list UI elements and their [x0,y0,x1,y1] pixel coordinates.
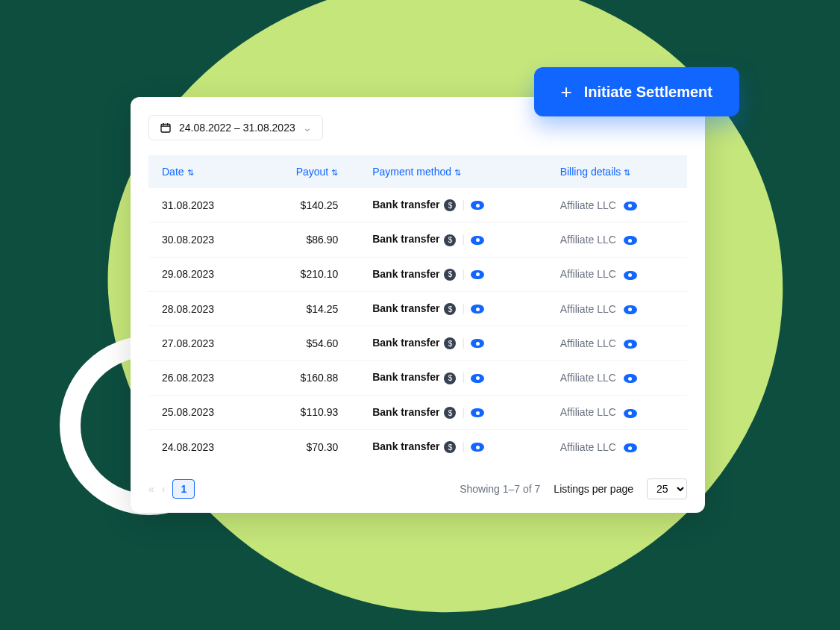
cell-payout: $160.88 [255,361,359,395]
date-range-picker[interactable]: 24.08.2022 – 31.08.2023 ⌄ [148,115,323,140]
cell-billing: Affiliate LLC [547,395,687,429]
dollar-icon: $ [444,269,456,281]
cell-date: 30.08.2023 [148,222,255,257]
calendar-icon [160,122,172,134]
cell-date: 25.08.2023 [148,395,255,429]
cell-date: 31.08.2023 [148,188,255,222]
dollar-icon: $ [444,441,456,453]
date-range-text: 24.08.2022 – 31.08.2023 [179,122,295,134]
cell-payment-method: Bank transfer$| [359,361,546,395]
cell-payout: $140.25 [255,188,359,222]
eye-icon[interactable] [471,374,484,383]
table-row: 25.08.2023$110.93Bank transfer$|Affiliat… [148,395,687,429]
cta-label: Initiate Settlement [584,84,712,101]
per-page-select[interactable]: 25 [647,478,687,499]
cell-billing: Affiliate LLC [547,188,687,222]
cell-billing: Affiliate LLC [547,222,687,257]
cell-payment-method: Bank transfer$| [359,291,546,325]
plus-icon: + [561,82,572,102]
cell-date: 27.08.2023 [148,326,255,361]
eye-icon[interactable] [624,340,637,349]
cell-date: 26.08.2023 [148,361,255,395]
cell-payout: $54.60 [255,326,359,361]
eye-icon[interactable] [471,236,484,245]
page-first[interactable]: « [148,483,154,495]
dollar-icon: $ [444,372,456,384]
cell-payout: $70.30 [255,430,359,464]
per-page-label: Listings per page [554,483,633,495]
sort-icon: ⇅ [624,168,630,178]
cell-date: 28.08.2023 [148,291,255,325]
eye-icon[interactable] [624,443,637,452]
eye-icon[interactable] [471,305,484,314]
eye-icon[interactable] [624,374,637,383]
cell-billing: Affiliate LLC [547,291,687,325]
dollar-icon: $ [444,199,456,211]
table-row: 24.08.2023$70.30Bank transfer$|Affiliate… [148,430,687,464]
eye-icon[interactable] [471,443,484,452]
eye-icon[interactable] [471,408,484,417]
chevron-down-icon: ⌄ [303,122,312,134]
col-date[interactable]: Date⇅ [148,155,255,188]
col-payment-method[interactable]: Payment method⇅ [359,155,546,188]
eye-icon[interactable] [471,270,484,279]
page-current[interactable]: 1 [172,479,195,499]
settlements-table: Date⇅ Payout⇅ Payment method⇅ Billing de… [148,155,687,464]
cell-payment-method: Bank transfer$| [359,257,546,291]
cell-payment-method: Bank transfer$| [359,222,546,257]
sort-icon: ⇅ [454,168,461,178]
table-row: 31.08.2023$140.25Bank transfer$|Affiliat… [148,188,687,222]
cell-payment-method: Bank transfer$| [359,395,546,429]
cell-payout: $210.10 [255,257,359,291]
eye-icon[interactable] [624,271,637,280]
dollar-icon: $ [444,234,456,246]
svg-rect-0 [161,124,170,132]
table-footer: « ‹ 1 Showing 1–7 of 7 Listings per page… [148,478,687,499]
cell-billing: Affiliate LLC [547,430,687,464]
cell-billing: Affiliate LLC [547,361,687,395]
cell-billing: Affiliate LLC [547,326,687,361]
cell-payout: $110.93 [255,395,359,429]
col-payout[interactable]: Payout⇅ [255,155,359,188]
eye-icon[interactable] [624,236,637,245]
dollar-icon: $ [444,337,456,349]
dollar-icon: $ [444,303,456,315]
eye-icon[interactable] [624,202,637,210]
dollar-icon: $ [444,407,456,419]
cell-payment-method: Bank transfer$| [359,188,546,222]
table-row: 27.08.2023$54.60Bank transfer$|Affiliate… [148,326,687,361]
cell-payout: $86.90 [255,222,359,257]
initiate-settlement-button[interactable]: + Initiate Settlement [534,67,739,116]
showing-text: Showing 1–7 of 7 [460,483,540,495]
eye-icon[interactable] [471,339,484,348]
cell-payment-method: Bank transfer$| [359,326,546,361]
pagination: « ‹ 1 [148,479,195,499]
eye-icon[interactable] [471,201,484,210]
table-row: 28.08.2023$14.25Bank transfer$|Affiliate… [148,291,687,325]
cell-payout: $14.25 [255,291,359,325]
table-row: 29.08.2023$210.10Bank transfer$|Affiliat… [148,257,687,291]
page-prev[interactable]: ‹ [162,483,166,495]
eye-icon[interactable] [624,409,637,418]
cell-payment-method: Bank transfer$| [359,430,546,464]
eye-icon[interactable] [624,305,637,314]
table-row: 30.08.2023$86.90Bank transfer$|Affiliate… [148,222,687,257]
table-row: 26.08.2023$160.88Bank transfer$|Affiliat… [148,361,687,395]
cell-date: 29.08.2023 [148,257,255,291]
col-billing-details[interactable]: Billing details⇅ [547,155,687,188]
settlements-card: 24.08.2022 – 31.08.2023 ⌄ Date⇅ Payout⇅ … [131,97,705,513]
cell-billing: Affiliate LLC [547,257,687,291]
cell-date: 24.08.2023 [148,430,255,464]
sort-icon: ⇅ [187,168,194,178]
sort-icon: ⇅ [331,168,338,178]
